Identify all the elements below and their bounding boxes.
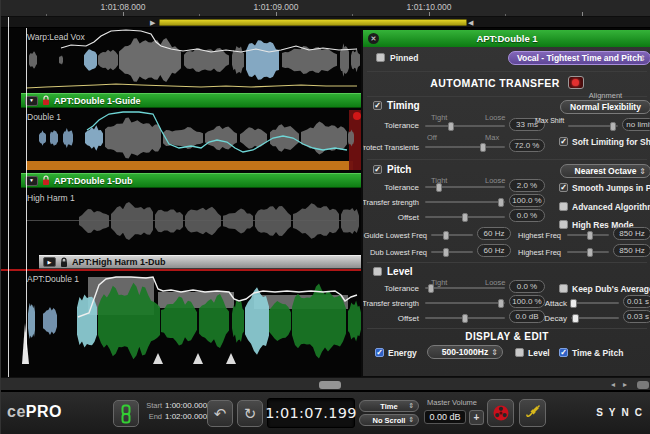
pitch-title: Pitch bbox=[387, 164, 411, 175]
attack-slider[interactable] bbox=[571, 297, 619, 309]
session-start-line[interactable] bbox=[26, 28, 27, 350]
volume-nudge-button[interactable]: + bbox=[469, 410, 484, 425]
process-settings-button[interactable] bbox=[487, 399, 514, 427]
scroll-mode-dropdown[interactable]: No Scroll ⇕ bbox=[359, 414, 419, 426]
decay-value: 0.03 s bbox=[623, 310, 650, 323]
level-transfer-value: 100.0 % bbox=[509, 295, 545, 308]
selection-end-marker-icon[interactable]: ◀ bbox=[468, 18, 473, 27]
guide-lowest-freq-slider[interactable] bbox=[431, 229, 473, 241]
pinned-checkbox[interactable]: ✓ bbox=[376, 53, 385, 62]
time-mode-dropdown[interactable]: Time ⇕ bbox=[359, 400, 419, 412]
lock-icon bbox=[60, 257, 68, 268]
max-shift-value: no limit bbox=[622, 118, 650, 131]
pitch-offset-value: 0.0 % bbox=[509, 209, 545, 222]
lock-icon-wrap[interactable] bbox=[60, 257, 68, 268]
display-level-checkbox[interactable]: ✓ bbox=[515, 348, 524, 357]
selection-start-end: Start1:00:00.000 End1:02:00.000 bbox=[142, 401, 207, 421]
level-checkbox[interactable]: ✓ bbox=[373, 267, 382, 276]
ruler-timestamp: 1:01:08.000 bbox=[85, 2, 161, 12]
revoice-pro-window: 1:01:08.000 1:01:09.000 1:01:10.000 ▶ ◀ … bbox=[0, 0, 650, 434]
close-icon[interactable]: ✕ bbox=[368, 33, 379, 44]
smooth-jumps-label: Smooth Jumps in Pitch bbox=[572, 183, 650, 193]
loop-icon: ↻ bbox=[244, 406, 257, 421]
protect-transients-value: 72.0 % bbox=[509, 139, 545, 152]
advanced-algorithm-label: Advanced Algorithm bbox=[572, 202, 650, 212]
track-header-label: APT:High Harm 1-Dub bbox=[72, 257, 166, 267]
dub-highest-freq-label: Highest Freq bbox=[518, 248, 561, 257]
level-transfer-label: Transfer strength bbox=[362, 299, 419, 308]
guide-highest-freq-slider[interactable] bbox=[567, 229, 609, 241]
play-icon[interactable]: ▶ bbox=[43, 257, 56, 267]
ruler-tick bbox=[429, 12, 430, 16]
dub-highest-freq-value: 850 Hz bbox=[613, 244, 650, 257]
start-value: 1:00:00.000 bbox=[165, 401, 207, 410]
pitch-offset-slider[interactable] bbox=[425, 211, 505, 223]
pitch-transfer-label: Transfer strength bbox=[362, 198, 419, 207]
alignment-value: Normal Flexibility bbox=[570, 102, 641, 112]
apt-panel-header[interactable]: ✕ APT:Double 1 bbox=[363, 30, 650, 47]
pitch-transfer-slider[interactable] bbox=[425, 196, 505, 208]
loop-button[interactable]: ↻ bbox=[237, 400, 263, 427]
advanced-algorithm-checkbox[interactable]: ✓ bbox=[559, 202, 568, 211]
max-shift-slider[interactable] bbox=[568, 120, 618, 132]
energy-band-dropdown[interactable]: 500-1000Hz ⇕ bbox=[427, 345, 503, 359]
audio-connections-button[interactable] bbox=[519, 399, 546, 427]
octave-mode-dropdown[interactable]: Nearest Octave ⇕ bbox=[560, 164, 650, 178]
keep-dub-level-checkbox[interactable]: ✓ bbox=[559, 284, 568, 293]
dub-lowest-freq-label: Dub Lowest Freq bbox=[370, 248, 427, 257]
time-pitch-checkbox[interactable]: ✓ bbox=[559, 348, 568, 357]
selection-bar-row[interactable]: ▶ ◀ bbox=[1, 17, 650, 28]
pitch-checkbox[interactable]: ✓ bbox=[373, 165, 382, 174]
pinned-label: Pinned bbox=[390, 53, 418, 63]
energy-checkbox[interactable]: ✓ bbox=[375, 348, 384, 357]
lock-icon bbox=[42, 95, 50, 106]
pitch-section-title: ✓ Pitch bbox=[373, 164, 411, 175]
ruler-tick bbox=[582, 12, 583, 16]
timing-section-title: ✓ Timing bbox=[373, 100, 420, 111]
preset-dropdown[interactable]: Vocal - Tightest Time and Pitch ⇕ bbox=[508, 51, 650, 65]
high-res-checkbox[interactable]: ✓ bbox=[559, 220, 568, 229]
ruler-tick-minor bbox=[46, 14, 47, 16]
track-header-apt-double-1-guide[interactable]: ▼APT:Double 1-Guide bbox=[21, 93, 363, 108]
playhead-line[interactable] bbox=[8, 17, 9, 377]
track-header-apt-high-harm-1-dub[interactable]: ▶APT:High Harm 1-Dub bbox=[39, 255, 363, 269]
level-tolerance-slider[interactable] bbox=[425, 282, 505, 294]
alignment-dropdown[interactable]: Normal Flexibility bbox=[560, 100, 650, 114]
lock-icon-wrap[interactable] bbox=[42, 175, 50, 186]
lock-icon bbox=[42, 175, 50, 186]
link-selection-button[interactable] bbox=[113, 400, 139, 427]
scroll-mode-value: No Scroll bbox=[373, 416, 406, 425]
protect-transients-slider[interactable] bbox=[425, 141, 505, 153]
soft-limiting-checkbox[interactable]: ✓ bbox=[559, 137, 568, 146]
vscroll-stub[interactable] bbox=[637, 381, 649, 389]
end-value: 1:02:00.000 bbox=[165, 412, 207, 421]
lock-icon-wrap[interactable] bbox=[42, 95, 50, 106]
hscroll-handle[interactable] bbox=[319, 381, 341, 389]
time-display[interactable]: 1:01:07.199 bbox=[267, 398, 355, 428]
timing-tolerance-slider[interactable] bbox=[425, 120, 505, 132]
logo-suffix: PRO bbox=[26, 403, 62, 420]
record-transfer-button[interactable] bbox=[568, 76, 584, 89]
dub-lowest-freq-slider[interactable] bbox=[431, 246, 473, 258]
level-transfer-slider[interactable] bbox=[425, 297, 505, 309]
scroll-right-icon[interactable]: ▸ bbox=[623, 380, 627, 390]
jack-plug-icon bbox=[524, 404, 542, 422]
pitch-tolerance-slider[interactable] bbox=[425, 181, 505, 193]
master-volume-value[interactable]: 0.00 dB bbox=[424, 410, 466, 424]
ruler-tick bbox=[123, 12, 124, 16]
selection-range-bar[interactable] bbox=[159, 19, 467, 26]
selection-start-marker-icon[interactable]: ▶ bbox=[150, 18, 155, 27]
smooth-jumps-checkbox[interactable]: ✓ bbox=[559, 183, 568, 192]
track-header-apt-double-1-dub[interactable]: ▼APT:Double 1-Dub bbox=[21, 173, 363, 188]
app-logo: cePRO bbox=[7, 403, 62, 421]
scroll-left-icon[interactable]: ◂ bbox=[611, 380, 615, 390]
dub-highest-freq-slider[interactable] bbox=[567, 246, 609, 258]
timing-checkbox[interactable]: ✓ bbox=[373, 101, 382, 110]
timing-title: Timing bbox=[387, 100, 420, 111]
decay-slider[interactable] bbox=[571, 312, 619, 324]
level-offset-slider[interactable] bbox=[425, 312, 505, 324]
horizontal-scrollbar[interactable]: ◂ ▸ bbox=[1, 377, 650, 391]
display-edit-heading: DISPLAY & EDIT bbox=[363, 331, 650, 342]
timeline-ruler[interactable]: 1:01:08.000 1:01:09.000 1:01:10.000 bbox=[1, 0, 650, 17]
undo-button[interactable]: ↶ bbox=[207, 400, 233, 427]
